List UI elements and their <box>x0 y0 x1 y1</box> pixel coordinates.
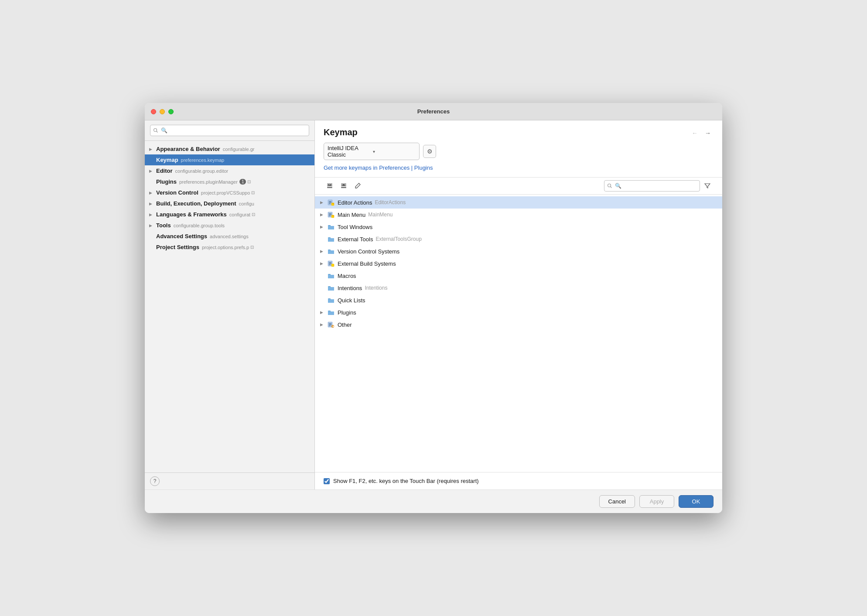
tree-item-main-menu[interactable]: ▶ Main Menu MainMenu <box>315 209 722 221</box>
chevron-icon: ▶ <box>149 223 155 228</box>
maximize-button[interactable] <box>168 109 174 114</box>
tree-item-sub: MainMenu <box>368 212 393 218</box>
sidebar-item-tools[interactable]: ▶ Tools configurable.group.tools <box>145 220 314 231</box>
sidebar-item-label: Editor <box>156 168 173 174</box>
touch-bar-checkbox-area: Show F1, F2, etc. keys on the Touch Bar … <box>315 472 722 489</box>
sidebar-item-sub: project.options.prefs.p <box>202 245 249 250</box>
quick-lists-folder-icon <box>327 296 335 304</box>
nav-arrows: ← → <box>689 127 713 139</box>
expand-all-button[interactable] <box>324 180 336 192</box>
main-header-top: Keymap ← → <box>324 127 713 143</box>
toolbar-search-area <box>604 180 713 192</box>
minimize-button[interactable] <box>160 109 165 114</box>
tree-item-sub: EditorActions <box>375 199 406 205</box>
svg-rect-7 <box>329 201 331 202</box>
sidebar-item-languages[interactable]: ▶ Languages & Frameworks configurat ⊡ <box>145 209 314 220</box>
tree-item-external-tools[interactable]: External Tools ExternalToolsGroup <box>315 233 722 245</box>
main-panel: Keymap ← → IntelliJ IDEA Classic ▾ ⚙ Get… <box>315 120 722 489</box>
svg-rect-14 <box>329 216 331 216</box>
svg-rect-17 <box>329 262 331 263</box>
tree-item-tool-windows[interactable]: ▶ Tool Windows <box>315 221 722 233</box>
editor-actions-icon <box>327 198 335 206</box>
vcs-folder-icon <box>327 247 335 255</box>
preferences-window: Preferences ▶ Appearance & Behavior conf… <box>145 103 722 513</box>
tree-item-vcs[interactable]: ▶ Version Control Systems <box>315 245 722 257</box>
help-button[interactable]: ? <box>150 476 160 486</box>
close-button[interactable] <box>151 109 156 114</box>
external-tools-folder-icon <box>327 235 335 243</box>
sidebar-item-sub: configurat <box>229 212 250 217</box>
chevron-right-icon: ▶ <box>320 310 327 315</box>
svg-rect-5 <box>341 187 346 188</box>
sidebar-item-label: Build, Execution, Deployment <box>156 200 236 207</box>
sidebar-item-appearance[interactable]: ▶ Appearance & Behavior configurable.gr <box>145 144 314 154</box>
sidebar-item-project[interactable]: Project Settings project.options.prefs.p… <box>145 242 314 253</box>
sidebar-item-label: Keymap <box>156 157 178 163</box>
tree-item-intentions[interactable]: Intentions Intentions <box>315 282 722 294</box>
keymap-toolbar <box>315 178 722 195</box>
sidebar-item-sub: configurable.gr <box>223 147 255 152</box>
sidebar-item-advanced[interactable]: Advanced Settings advanced.settings <box>145 231 314 242</box>
svg-rect-13 <box>329 215 331 216</box>
sidebar-item-label: Advanced Settings <box>156 233 207 240</box>
collapse-all-icon <box>340 182 347 189</box>
tree-item-quick-lists[interactable]: Quick Lists <box>315 294 722 306</box>
chevron-right-icon: ▶ <box>320 225 327 229</box>
plugins-link[interactable]: Get more keymaps in Preferences | Plugin… <box>324 164 713 171</box>
tree-item-label: Version Control Systems <box>338 248 399 255</box>
svg-rect-0 <box>327 184 332 185</box>
sidebar-item-sub: preferences.pluginManager <box>179 179 238 185</box>
sidebar-item-label: Project Settings <box>156 244 199 250</box>
expand-all-icon <box>326 182 333 189</box>
tree-item-label: Editor Actions <box>338 199 372 206</box>
tree-item-plugins[interactable]: ▶ Plugins <box>315 306 722 318</box>
touch-bar-checkbox[interactable] <box>324 478 330 484</box>
sidebar-item-sub: preferences.keymap <box>181 157 225 163</box>
tree-item-label: Other <box>338 322 352 328</box>
tree-item-macros[interactable]: Macros <box>315 270 722 282</box>
keymap-dropdown-value: IntelliJ IDEA Classic <box>328 145 370 158</box>
chevron-icon: ▶ <box>149 212 155 217</box>
sidebar-item-keymap[interactable]: Keymap preferences.keymap <box>145 154 314 165</box>
svg-rect-15 <box>331 215 334 218</box>
tree-item-label: Intentions <box>338 285 362 291</box>
sidebar-search-input[interactable] <box>150 125 309 136</box>
keymap-dropdown[interactable]: IntelliJ IDEA Classic ▾ <box>324 143 420 160</box>
sidebar-item-sub: advanced.settings <box>210 234 249 239</box>
tree-item-other[interactable]: ▶ ★ Other <box>315 318 722 331</box>
edit-shortcut-button[interactable] <box>352 180 364 192</box>
tree-item-editor-actions[interactable]: ▶ Editor Actions EditorActions <box>315 196 722 209</box>
tree-item-label: Plugins <box>338 309 356 316</box>
chevron-icon: ▶ <box>149 169 155 173</box>
apply-button[interactable]: Apply <box>639 495 674 508</box>
tree-item-label: External Tools <box>338 236 373 243</box>
cancel-button[interactable]: Cancel <box>599 495 635 508</box>
filter-button[interactable] <box>701 180 713 192</box>
sidebar-item-version-control[interactable]: ▶ Version Control project.propVCSSuppo ⊡ <box>145 187 314 198</box>
edit-icon <box>354 182 361 189</box>
sidebar-item-label: Version Control <box>156 189 198 196</box>
tree-item-label: External Build Systems <box>338 260 396 267</box>
keymap-search-input[interactable] <box>604 180 700 192</box>
sidebar-item-plugins[interactable]: Plugins preferences.pluginManager 1 ⊡ <box>145 176 314 187</box>
plugins-folder-icon <box>327 308 335 316</box>
sidebar-item-editor[interactable]: ▶ Editor configurable.group.editor <box>145 165 314 176</box>
sidebar-item-label: Tools <box>156 222 171 229</box>
sidebar-item-build[interactable]: ▶ Build, Execution, Deployment configu <box>145 198 314 209</box>
svg-rect-2 <box>327 187 332 188</box>
title-bar: Preferences <box>145 103 722 120</box>
tree-item-external-build[interactable]: ▶ External Build Systems <box>315 257 722 270</box>
collapse-all-button[interactable] <box>338 180 350 192</box>
footer: Cancel Apply OK <box>145 489 722 513</box>
nav-forward-button[interactable]: → <box>702 127 713 139</box>
chevron-icon: ▶ <box>149 202 155 206</box>
macros-folder-icon <box>327 272 335 280</box>
nav-back-button[interactable]: ← <box>689 127 700 139</box>
ok-button[interactable]: OK <box>679 495 713 508</box>
tree-item-label: Quick Lists <box>338 297 365 304</box>
sidebar-item-sub: configurable.group.tools <box>174 223 225 228</box>
copy-icon: ⊡ <box>250 245 254 250</box>
sidebar-item-sub: configurable.group.editor <box>175 168 229 174</box>
keymap-gear-button[interactable]: ⚙ <box>423 145 436 158</box>
keymap-controls: IntelliJ IDEA Classic ▾ ⚙ <box>324 143 713 160</box>
